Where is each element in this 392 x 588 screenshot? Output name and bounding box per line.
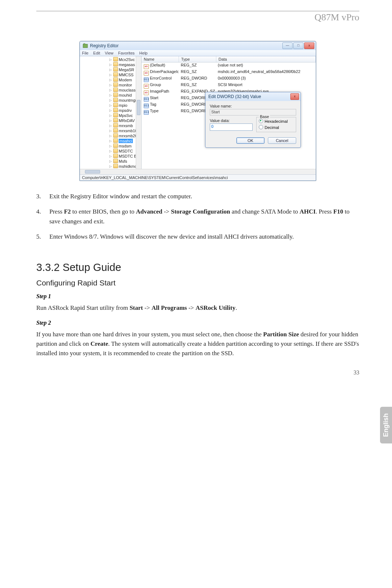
tree-item[interactable]: ▷Mcx2Svc xyxy=(80,57,141,62)
cancel-button[interactable]: Cancel xyxy=(268,137,296,144)
instruction-3: Exit the Registry Editor window and rest… xyxy=(36,192,359,201)
menu-view[interactable]: View xyxy=(105,51,114,55)
section-title: 3.3.2 Setup Guide xyxy=(36,261,359,273)
tree-item[interactable]: ▷megasas xyxy=(80,62,141,67)
tree-item[interactable]: ▷mpsdrv xyxy=(80,108,141,113)
regedit-app-icon xyxy=(83,43,88,48)
tree-item[interactable]: ▷MSDTC xyxy=(80,149,141,154)
close-button[interactable]: x xyxy=(304,42,314,49)
dialog-close-button[interactable]: x xyxy=(290,93,299,100)
step1-label: Step 1 xyxy=(36,293,359,300)
tree-item[interactable]: ▷mrxsmb10 xyxy=(80,128,141,133)
tree-item[interactable]: ▷Msfs xyxy=(80,159,141,164)
column-header-type[interactable]: Type xyxy=(179,56,216,62)
svg-rect-0 xyxy=(83,44,87,48)
value-name-label: Value name: xyxy=(210,104,296,108)
edit-dword-dialog: Edit DWORD (32-bit) Value x Value name: … xyxy=(205,92,301,148)
value-row[interactable]: abDriverPackageIdREG_SZmshdc.inf_amd64_n… xyxy=(142,69,316,76)
instruction-5: Enter Windows 8/7. Windows will discover… xyxy=(36,232,359,242)
value-row[interactable]: ab(Default)REG_SZ(value not set) xyxy=(142,62,316,69)
menu-edit[interactable]: Edit xyxy=(93,51,100,55)
tree-item[interactable]: ▷msahci xyxy=(80,138,141,143)
menu-file[interactable]: File xyxy=(82,51,89,55)
svg-rect-1 xyxy=(84,44,85,45)
tree-item[interactable]: ▷MRxDAV xyxy=(80,118,141,123)
radio-decimal[interactable]: Decimal xyxy=(259,125,294,130)
tree-scrollbar[interactable] xyxy=(136,56,141,169)
ok-button[interactable]: OK xyxy=(236,137,265,144)
step2-body: If you have more than one hard drives in… xyxy=(36,330,359,358)
tree-item[interactable]: ▷mrxsmb xyxy=(80,123,141,128)
dialog-title: Edit DWORD (32-bit) Value xyxy=(208,94,290,99)
tree-item[interactable]: ▷MMCSS xyxy=(80,72,141,77)
value-row[interactable]: abGroupREG_SZSCSI Miniport xyxy=(142,82,316,89)
regedit-window-title: Registry Editor xyxy=(90,43,282,48)
tree-item[interactable]: ▷mouhid xyxy=(80,93,141,98)
tree-item[interactable]: ▷mountmgr xyxy=(80,98,141,103)
regedit-tree-pane[interactable]: ▷Mcx2Svc▷megasas▷MegaSR▷MMCSS▷Modem▷moni… xyxy=(80,56,142,169)
menu-favorites[interactable]: Favorites xyxy=(118,51,135,55)
page-number: 33 xyxy=(354,369,359,376)
tree-item[interactable]: ▷mpio xyxy=(80,103,141,108)
column-header-name[interactable]: Name xyxy=(142,56,179,62)
step1-body: Run ASRock Rapid Start utility from Star… xyxy=(36,303,359,313)
tree-item[interactable]: ▷msdsm xyxy=(80,143,141,149)
maximize-button[interactable]: □ xyxy=(293,42,303,49)
tree-item[interactable]: ▷MegaSR xyxy=(80,67,141,72)
regedit-menu-bar[interactable]: File Edit View Favorites Help xyxy=(80,50,316,56)
page-header-title: Q87M vPro xyxy=(36,12,359,23)
regedit-statusbar: Computer\HKEY_LOCAL_MACHINE\SYSTEM\Curre… xyxy=(80,174,316,181)
section-subhead: Configuring Rapid Start xyxy=(36,279,359,287)
value-row[interactable]: 011ErrorControlREG_DWORD0x00000003 (3) xyxy=(142,76,316,82)
base-legend: Base xyxy=(259,114,270,119)
tree-item[interactable]: ▷Modem xyxy=(80,77,141,82)
instruction-4: Press F2 to enter BIOS, then go to Advan… xyxy=(36,207,359,226)
regedit-window: Registry Editor — □ x File Edit View Fav… xyxy=(79,41,316,181)
tree-item[interactable]: ▷MSDTC Bri xyxy=(80,154,141,159)
horizontal-scrollbar[interactable] xyxy=(80,169,316,174)
menu-help[interactable]: Help xyxy=(139,51,148,55)
minimize-button[interactable]: — xyxy=(282,42,293,49)
tree-item[interactable]: ▷MpsSvc xyxy=(80,113,141,118)
column-header-data[interactable]: Data xyxy=(216,56,316,62)
step2-label: Step 2 xyxy=(36,320,359,326)
tree-item[interactable]: ▷mouclass xyxy=(80,88,141,93)
value-data-input[interactable]: 0 xyxy=(210,123,253,131)
tree-item[interactable]: ▷mrxsmb20 xyxy=(80,133,141,138)
regedit-values-pane[interactable]: Name Type Data ab(Default)REG_SZ(value n… xyxy=(142,56,316,169)
value-data-label: Value data: xyxy=(210,118,253,123)
radio-hexadecimal[interactable]: Hexadecimal xyxy=(259,119,294,123)
tree-item[interactable]: ▷monitor xyxy=(80,82,141,88)
tree-item[interactable]: ▷mshidkmd xyxy=(80,164,141,169)
value-name-field: Start xyxy=(210,109,296,115)
